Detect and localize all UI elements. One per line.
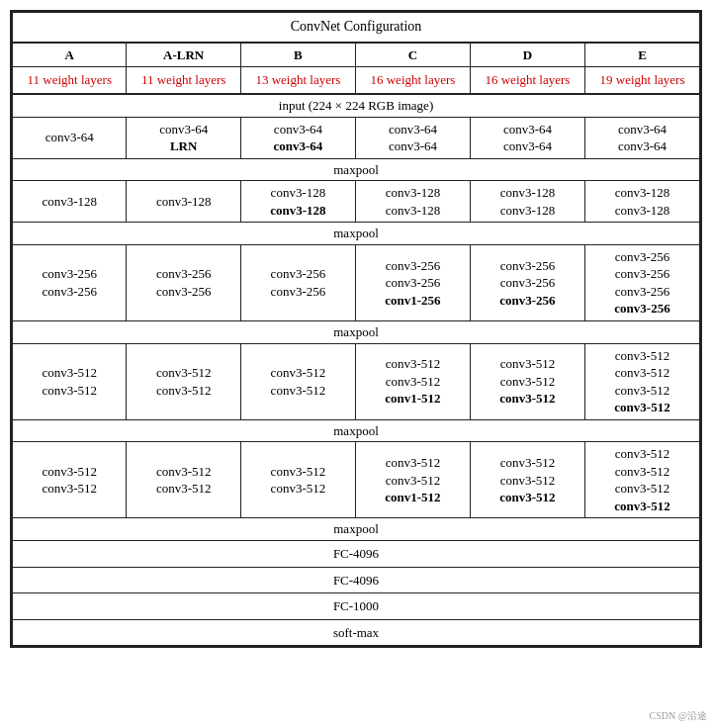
- c-conv1: conv3-64conv3-64: [355, 117, 470, 158]
- e-conv3: conv3-256conv3-256conv3-256conv3-256: [584, 244, 699, 320]
- e-conv2: conv3-128conv3-128: [584, 181, 699, 223]
- maxpool2-row: maxpool: [13, 223, 700, 245]
- c-conv4: conv3-512conv3-512conv1-512: [355, 343, 470, 419]
- a-conv4: conv3-512conv3-512: [13, 343, 127, 419]
- conv1-row: conv3-64 conv3-64LRN conv3-64conv3-64 co…: [13, 117, 700, 158]
- col-header-alrn: A-LRN: [127, 43, 240, 67]
- e-conv4: conv3-512conv3-512conv3-512conv3-512: [584, 343, 699, 419]
- fc4096b-label: FC-4096: [13, 567, 700, 593]
- alrn-conv1: conv3-64LRN: [127, 117, 240, 158]
- col-header-b: B: [240, 43, 355, 67]
- softmax-label: soft-max: [13, 619, 700, 646]
- e-conv1: conv3-64conv3-64: [584, 117, 699, 158]
- header-row: A A-LRN B C D E: [13, 43, 700, 67]
- b-conv5: conv3-512conv3-512: [240, 442, 355, 518]
- maxpool1-label: maxpool: [13, 158, 700, 181]
- a-conv2: conv3-128: [13, 181, 127, 223]
- a-conv1: conv3-64: [13, 117, 127, 158]
- d-conv1: conv3-64conv3-64: [470, 117, 584, 158]
- fc4096b-row: FC-4096: [13, 567, 700, 593]
- alrn-conv5: conv3-512conv3-512: [127, 442, 240, 518]
- conv5-row: conv3-512conv3-512 conv3-512conv3-512 co…: [13, 442, 700, 518]
- weight-d: 16 weight layers: [470, 67, 584, 94]
- weight-a: 11 weight layers: [13, 67, 127, 94]
- b-conv1: conv3-64conv3-64: [240, 117, 355, 158]
- maxpool5-row: maxpool: [13, 518, 700, 541]
- a-conv3: conv3-256conv3-256: [13, 244, 127, 320]
- b-conv4: conv3-512conv3-512: [240, 343, 355, 419]
- maxpool5-label: maxpool: [13, 518, 700, 541]
- b-conv3: conv3-256conv3-256: [240, 244, 355, 320]
- col-header-a: A: [13, 43, 127, 67]
- maxpool4-label: maxpool: [13, 419, 700, 442]
- col-header-e: E: [584, 43, 699, 67]
- alrn-conv2: conv3-128: [127, 181, 240, 223]
- a-conv5: conv3-512conv3-512: [13, 442, 127, 518]
- maxpool2-label: maxpool: [13, 223, 700, 245]
- col-header-d: D: [470, 43, 584, 67]
- weight-c: 16 weight layers: [355, 67, 470, 94]
- d-conv4: conv3-512conv3-512conv3-512: [470, 343, 584, 419]
- maxpool1-row: maxpool: [13, 158, 700, 181]
- conv2-row: conv3-128 conv3-128 conv3-128conv3-128 c…: [13, 181, 700, 223]
- weight-b: 13 weight layers: [240, 67, 355, 94]
- d-conv5: conv3-512conv3-512conv3-512: [470, 442, 584, 518]
- alrn-conv4: conv3-512conv3-512: [127, 343, 240, 419]
- fc4096a-row: FC-4096: [13, 541, 700, 568]
- c-conv2: conv3-128conv3-128: [355, 181, 470, 223]
- convnet-config-wrapper: ConvNet Configuration A A-LRN B C D E 11…: [10, 10, 702, 648]
- c-conv3: conv3-256conv3-256conv1-256: [355, 244, 470, 320]
- fc1000-row: FC-1000: [13, 593, 700, 620]
- b-conv2: conv3-128conv3-128: [240, 181, 355, 223]
- maxpool3-label: maxpool: [13, 321, 700, 344]
- title-row: ConvNet Configuration: [13, 13, 700, 43]
- e-conv5: conv3-512conv3-512conv3-512conv3-512: [584, 442, 699, 518]
- d-conv3: conv3-256conv3-256conv3-256: [470, 244, 584, 320]
- table-title: ConvNet Configuration: [13, 13, 700, 43]
- fc1000-label: FC-1000: [13, 593, 700, 620]
- input-label: input (224 × 224 RGB image): [13, 94, 700, 117]
- col-header-c: C: [355, 43, 470, 67]
- weight-layers-row: 11 weight layers 11 weight layers 13 wei…: [13, 67, 700, 94]
- c-conv5: conv3-512conv3-512conv1-512: [355, 442, 470, 518]
- softmax-row: soft-max: [13, 619, 700, 646]
- d-conv2: conv3-128conv3-128: [470, 181, 584, 223]
- weight-e: 19 weight layers: [584, 67, 699, 94]
- maxpool4-row: maxpool: [13, 419, 700, 442]
- input-row: input (224 × 224 RGB image): [13, 94, 700, 117]
- alrn-conv3: conv3-256conv3-256: [127, 244, 240, 320]
- conv4-row: conv3-512conv3-512 conv3-512conv3-512 co…: [13, 343, 700, 419]
- weight-alrn: 11 weight layers: [127, 67, 240, 94]
- conv3-row: conv3-256conv3-256 conv3-256conv3-256 co…: [13, 244, 700, 320]
- fc4096a-label: FC-4096: [13, 541, 700, 568]
- maxpool3-row: maxpool: [13, 321, 700, 344]
